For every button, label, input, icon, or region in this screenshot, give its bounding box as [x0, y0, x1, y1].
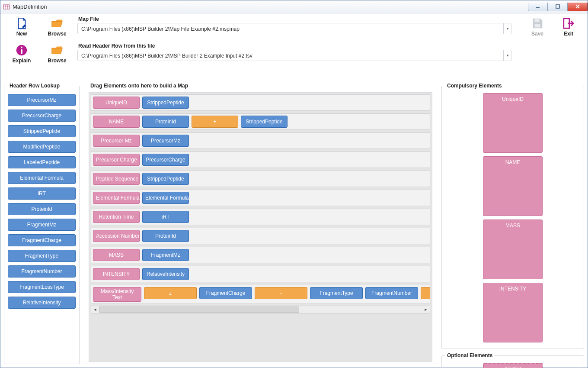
- lookup-token[interactable]: PrecursorCharge: [142, 154, 189, 166]
- lookup-token[interactable]: FragmentMz: [142, 249, 189, 261]
- new-button[interactable]: New: [4, 16, 39, 37]
- map-row[interactable]: NAMEProteinId+StrippedPeptide: [91, 113, 430, 130]
- map-row[interactable]: Retention TimeiRT: [91, 209, 430, 225]
- compulsory-element[interactable]: NAME: [483, 156, 543, 216]
- minimize-button[interactable]: [528, 3, 548, 11]
- exit-label: Exit: [553, 31, 584, 37]
- headerfile-dropdown[interactable]: ▾: [504, 50, 511, 61]
- save-button[interactable]: Save: [522, 16, 553, 37]
- window-controls: [528, 3, 588, 11]
- close-button[interactable]: [568, 3, 588, 11]
- row-prefix-token[interactable]: Elemental Formula: [93, 192, 140, 204]
- lookup-item[interactable]: iRT: [8, 187, 76, 200]
- floppy-disk-icon: [522, 16, 553, 31]
- lookup-token[interactable]: PrecursorMz: [142, 135, 189, 147]
- lookup-item[interactable]: FragmentType: [8, 250, 76, 262]
- map-row[interactable]: Elemental FormulaElemental Formula: [91, 190, 430, 206]
- lookup-token[interactable]: StrippedPeptide: [241, 116, 288, 128]
- row-prefix-token[interactable]: Precursor Charge: [93, 154, 140, 166]
- lookup-item[interactable]: PrecursorCharge: [8, 110, 76, 122]
- titlebar: MapDefinition: [0, 0, 588, 13]
- optional-legend: Optional Elements: [445, 352, 494, 358]
- text-token[interactable]: +: [192, 116, 238, 128]
- compulsory-element[interactable]: INTENSITY: [483, 283, 543, 342]
- lookup-token[interactable]: iRT: [142, 211, 189, 223]
- main-area: Header Row Lookup PrecursorMzPrecursorCh…: [4, 83, 584, 364]
- lookup-token[interactable]: StrippedPeptide: [142, 97, 189, 109]
- row-prefix-token[interactable]: Precursor Mz: [93, 135, 140, 147]
- optional-stack: {Prefix}{LookUp}{Text}Mass/Intensity Tex…: [445, 362, 580, 368]
- build-map-panel: Drag Elements onto here to build a Map U…: [85, 83, 436, 364]
- row-prefix-token[interactable]: UniqueID: [93, 97, 140, 109]
- mass-intensity-label[interactable]: Mass/Intensity Text: [93, 287, 141, 302]
- lookup-token[interactable]: Elemental Formula: [142, 192, 189, 204]
- map-row[interactable]: MASSFragmentMz: [91, 247, 430, 263]
- scroll-thumb[interactable]: [99, 307, 299, 313]
- lookup-token[interactable]: ProteinId: [142, 116, 189, 128]
- lookup-token[interactable]: FragmentCharge: [199, 287, 252, 299]
- svg-rect-5: [556, 5, 559, 8]
- explain-button[interactable]: Explain: [4, 43, 39, 64]
- lookup-token[interactable]: ProteinId: [142, 230, 189, 242]
- compulsory-stack: UniqueIDNAMEMASSINTENSITY: [445, 92, 580, 345]
- text-token[interactable]: -: [255, 287, 307, 299]
- compulsory-element[interactable]: MASS: [483, 220, 543, 279]
- map-row[interactable]: Precursor ChargePrecursorCharge: [91, 152, 430, 168]
- lookup-item[interactable]: FragmentMz: [8, 219, 76, 231]
- row-prefix-token[interactable]: Accession Number: [93, 230, 140, 242]
- scroll-right-icon[interactable]: ►: [422, 306, 430, 313]
- lookup-item[interactable]: ModifiedPeptide: [8, 141, 76, 153]
- map-row-scrollbar[interactable]: ◄►: [91, 306, 430, 313]
- browse-header-button[interactable]: Browse: [39, 43, 75, 64]
- exit-button[interactable]: Exit: [553, 16, 584, 37]
- map-row[interactable]: Precursor MzPrecursorMz: [91, 132, 430, 149]
- optional-element[interactable]: {Prefix}: [483, 363, 543, 368]
- text-token[interactable]: z: [144, 287, 197, 299]
- map-row[interactable]: Accession NumberProteinId: [91, 228, 430, 244]
- map-row[interactable]: Peptide SequenceStrippedPeptide: [91, 171, 430, 187]
- lookup-item[interactable]: PrecursorMz: [8, 94, 76, 106]
- lookup-item[interactable]: ProteinId: [8, 203, 76, 215]
- text-token[interactable]: &: [421, 287, 430, 299]
- headerfile-input[interactable]: C:\Program Files (x86)\MSP Builder 2\MSP…: [77, 50, 504, 61]
- lookup-item[interactable]: FragmentCharge: [8, 234, 76, 246]
- mapfile-input[interactable]: C:\Program Files (x86)\MSP Builder 2\Map…: [77, 23, 504, 34]
- lookup-token[interactable]: FragmentNumber: [365, 287, 418, 299]
- browse-mapfile-button[interactable]: Browse: [39, 16, 75, 37]
- compulsory-element[interactable]: UniqueID: [483, 93, 543, 153]
- window: MapDefinition New Browse Map File: [0, 0, 588, 368]
- lookup-item[interactable]: Elemental Formula: [8, 172, 76, 184]
- build-map-legend: Drag Elements onto here to build a Map: [89, 83, 190, 89]
- new-label: New: [4, 31, 39, 37]
- lookup-item[interactable]: LabeledPeptide: [8, 156, 76, 168]
- mapfile-dropdown[interactable]: ▾: [504, 23, 511, 34]
- build-map-area[interactable]: UniqueIDStrippedPeptideNAMEProteinId+Str…: [89, 92, 432, 362]
- svg-rect-6: [534, 19, 539, 23]
- row-prefix-token[interactable]: Peptide Sequence: [93, 173, 140, 185]
- lookup-item[interactable]: RelativeIntensity: [8, 297, 76, 309]
- headerfile-label: Read Header Row from this file: [77, 43, 511, 49]
- svg-rect-0: [3, 5, 10, 9]
- lookup-token[interactable]: StrippedPeptide: [142, 173, 189, 185]
- lookup-token[interactable]: RelativeIntensity: [142, 268, 189, 280]
- maximize-button[interactable]: [548, 3, 568, 11]
- mass-intensity-row[interactable]: Mass/Intensity TextzFragmentCharge-Fragm…: [91, 285, 430, 304]
- map-row[interactable]: UniqueIDStrippedPeptide: [91, 94, 430, 111]
- row-prefix-token[interactable]: INTENSITY: [93, 268, 140, 280]
- lookup-item[interactable]: FragmentLossType: [8, 281, 76, 293]
- compulsory-panel: Compulsory Elements UniqueIDNAMEMASSINTE…: [441, 83, 584, 349]
- lookup-item[interactable]: FragmentNumber: [8, 265, 76, 278]
- lookup-token[interactable]: FragmentType: [310, 287, 363, 299]
- document-icon: [4, 16, 39, 31]
- svg-rect-4: [536, 7, 540, 8]
- folder-open-icon: [39, 16, 75, 31]
- row-prefix-token[interactable]: MASS: [93, 249, 140, 261]
- lookup-item[interactable]: StrippedPeptide: [8, 125, 76, 137]
- scroll-track[interactable]: [99, 306, 422, 313]
- exit-icon: [553, 16, 584, 31]
- row-prefix-token[interactable]: Retention Time: [93, 211, 140, 223]
- scroll-left-icon[interactable]: ◄: [91, 306, 99, 313]
- browse2-label: Browse: [39, 58, 75, 64]
- row-prefix-token[interactable]: NAME: [93, 116, 140, 128]
- map-row[interactable]: INTENSITYRelativeIntensity: [91, 266, 430, 282]
